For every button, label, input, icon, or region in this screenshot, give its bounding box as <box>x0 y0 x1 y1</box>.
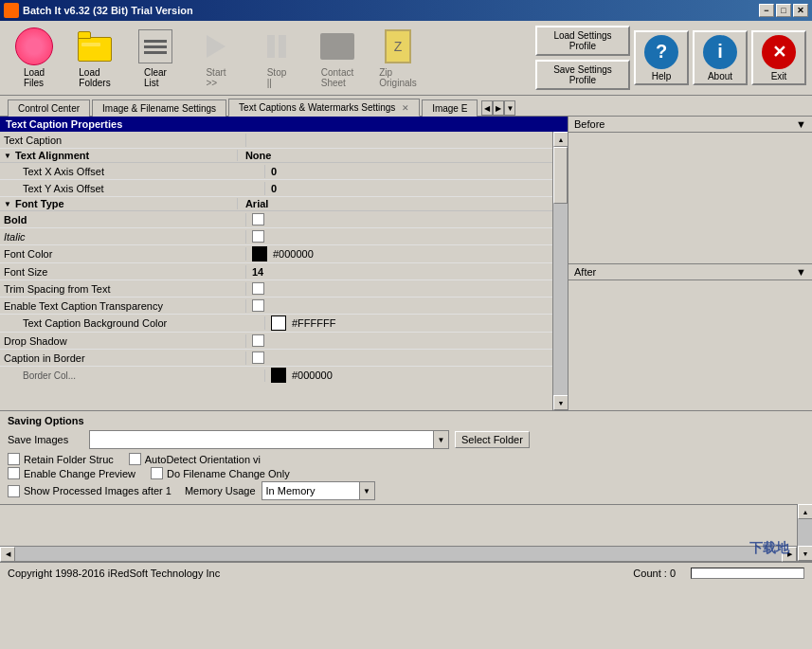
load-settings-button[interactable]: Load Settings Profile <box>535 26 630 56</box>
h-scroll-track[interactable] <box>15 547 782 561</box>
enable-change-checkbox[interactable] <box>8 467 20 479</box>
prop-trim-spacing-value[interactable] <box>246 281 568 296</box>
about-button[interactable]: i About <box>693 30 748 85</box>
status-bar: Copyright 1998-2016 iRedSoft Technology … <box>0 561 812 584</box>
caption-border-checkbox[interactable] <box>252 352 264 364</box>
v-scroll-up-2[interactable]: ▲ <box>798 504 812 519</box>
prop-font-color-value[interactable]: #000000 <box>246 245 568 262</box>
prop-drop-shadow: Drop Shadow <box>0 333 568 350</box>
select-folder-label: Select Folder <box>461 434 523 445</box>
toolbar: LoadFiles LoadFolders ClearList Start>> <box>0 21 812 96</box>
text-caption-input[interactable] <box>252 135 562 146</box>
load-folders-button[interactable]: LoadFolders <box>66 25 123 91</box>
after-label: After <box>574 266 596 278</box>
prop-font-color: Font Color #000000 <box>0 245 568 263</box>
about-icon: i <box>703 35 737 69</box>
contact-sheet-icon <box>315 27 360 65</box>
about-label: About <box>708 71 732 81</box>
tab-text-captions[interactable]: Text Captions & Watermarks Settings ✕ <box>228 99 420 117</box>
prop-border-color: Border Col... #000000 <box>0 367 568 384</box>
retain-folder-checkbox[interactable] <box>8 453 20 465</box>
title-bar: Batch It v6.32 (32 Bit) Trial Version − … <box>0 0 812 21</box>
scroll-up-button[interactable]: ▲ <box>553 132 568 147</box>
save-settings-button[interactable]: Save Settings Profile <box>535 60 630 90</box>
tab-image-e[interactable]: Image E <box>422 99 478 117</box>
before-panel: Before ▼ <box>568 117 812 264</box>
tab-image-filename[interactable]: Image & Filename Settings <box>92 99 226 117</box>
prop-caption-bg-color-label: Text Caption Background Color <box>19 316 265 330</box>
scroll-down-button[interactable]: ▼ <box>553 395 568 410</box>
close-button[interactable]: ✕ <box>793 4 808 17</box>
copyright-text: Copyright 1998-2016 iRedSoft Technology … <box>8 568 220 579</box>
font-color-swatch[interactable] <box>252 246 267 261</box>
prop-text-caption-value[interactable] <box>246 134 568 147</box>
load-files-label: LoadFiles <box>24 67 45 88</box>
exit-button[interactable]: ✕ Exit <box>751 30 806 85</box>
do-filename-checkbox[interactable] <box>151 467 163 479</box>
minimize-button[interactable]: − <box>759 4 774 17</box>
autodetect-checkbox[interactable] <box>129 453 141 465</box>
maximize-button[interactable]: □ <box>776 4 791 17</box>
memory-row: Show Processed Images after 1 Memory Usa… <box>8 481 804 500</box>
zip-originals-button[interactable]: Z ZipOriginals <box>370 25 426 91</box>
zip-originals-icon: Z <box>375 27 421 65</box>
after-dropdown-arrow[interactable]: ▼ <box>796 266 806 278</box>
transparency-checkbox[interactable] <box>252 299 264 312</box>
help-button[interactable]: ? Help <box>634 30 689 85</box>
drop-shadow-checkbox[interactable] <box>252 334 264 347</box>
font-type-label: Font Type <box>15 198 238 209</box>
progress-bar <box>691 568 804 579</box>
caption-bg-color-swatch[interactable] <box>271 315 286 331</box>
prop-enable-transparency: Enable Text Caption Transparency <box>0 297 568 315</box>
contact-sheet-label: ContactSheet <box>321 67 353 88</box>
start-icon <box>193 27 239 65</box>
prop-drop-shadow-value[interactable] <box>246 334 568 348</box>
bold-checkbox[interactable] <box>252 213 264 225</box>
text-alignment-value: None <box>238 150 272 161</box>
memory-dropdown-arrow[interactable]: ▼ <box>359 482 374 499</box>
tab-text-captions-close[interactable]: ✕ <box>402 103 409 113</box>
clear-list-label: ClearList <box>144 67 167 88</box>
prop-font-size-label: Font Size <box>0 265 246 279</box>
prop-caption-border-value[interactable] <box>246 351 568 365</box>
tab-nav-right[interactable]: ▶ <box>493 100 504 116</box>
prop-caption-bg-color: Text Caption Background Color #FFFFFF <box>0 315 568 333</box>
tab-nav-left[interactable]: ◀ <box>481 100 493 116</box>
contact-sheet-button[interactable]: ContactSheet <box>309 25 366 91</box>
stop-button[interactable]: Stop|| <box>248 25 305 91</box>
do-filename-item: Do Filename Change Only <box>151 467 290 479</box>
prop-caption-bg-color-value[interactable]: #FFFFFF <box>265 315 568 332</box>
trim-spacing-checkbox[interactable] <box>252 282 264 295</box>
text-alignment-label: Text Alignment <box>15 150 238 161</box>
clear-list-button[interactable]: ClearList <box>127 25 184 91</box>
tab-nav-dropdown[interactable]: ▼ <box>504 100 515 116</box>
scroll-thumb[interactable] <box>553 147 568 204</box>
start-button[interactable]: Start>> <box>188 25 244 91</box>
saving-options: Saving Options Save Images ▼ Select Fold… <box>0 410 812 504</box>
checkboxes-row-2: Enable Change Preview Do Filename Change… <box>8 467 804 479</box>
save-images-dropdown[interactable]: ▼ <box>89 430 449 449</box>
show-processed-checkbox[interactable] <box>8 485 20 497</box>
memory-usage-dropdown[interactable]: In Memory ▼ <box>262 481 375 500</box>
prop-font-type-header: ▼ Font Type Arial <box>0 197 568 211</box>
prop-enable-transparency-value[interactable] <box>246 298 568 313</box>
prop-trim-spacing: Trim Spacing from Text <box>0 280 568 297</box>
load-files-button[interactable]: LoadFiles <box>6 25 63 91</box>
h-scroll-left[interactable]: ◀ <box>0 547 15 562</box>
before-dropdown-arrow[interactable]: ▼ <box>796 118 806 130</box>
prop-bold-value[interactable] <box>246 212 568 226</box>
prop-y-offset-value: 0 <box>265 182 568 195</box>
tab-control-center[interactable]: Control Center <box>8 99 90 117</box>
italic-checkbox[interactable] <box>252 230 264 243</box>
toolbar-right: Load Settings Profile Save Settings Prof… <box>535 26 806 90</box>
stop-icon <box>254 27 299 65</box>
section-title: Text Caption Properties <box>6 118 122 130</box>
v-scroll-down-2[interactable]: ▼ <box>798 546 812 561</box>
prop-border-color-value[interactable]: #000000 <box>265 367 568 384</box>
load-settings-label: Load Settings Profile <box>553 30 611 51</box>
select-folder-button[interactable]: Select Folder <box>455 431 530 448</box>
count-text: Count : 0 <box>633 568 676 579</box>
save-images-dropdown-arrow[interactable]: ▼ <box>433 431 448 448</box>
prop-italic-value[interactable] <box>246 229 568 243</box>
border-color-swatch[interactable] <box>271 368 286 383</box>
